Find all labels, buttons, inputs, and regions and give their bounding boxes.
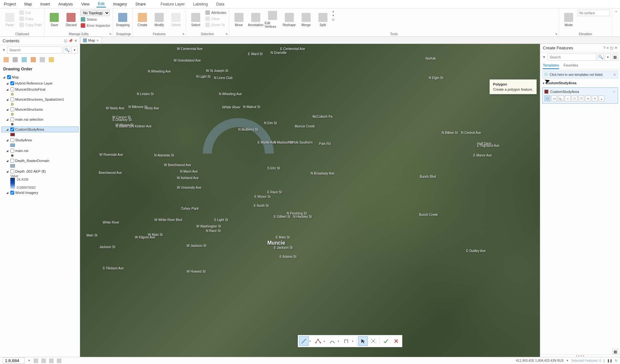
vertex-dd[interactable]: ▾ (324, 340, 327, 343)
pointer-tool[interactable] (358, 336, 368, 346)
menu-view[interactable]: View (80, 1, 91, 7)
expand-icon[interactable]: ◢ (6, 118, 9, 121)
attributes-button[interactable]: Attributes (205, 10, 227, 15)
reshape-button[interactable]: Reshape (282, 10, 297, 30)
expand-icon[interactable]: ◢ (6, 128, 9, 131)
selected-features-display[interactable]: Selected Features: 0 (571, 359, 601, 362)
line-segment-tool[interactable] (299, 336, 309, 346)
pause-icon[interactable]: ❚❚ (607, 359, 612, 362)
layer-checkbox[interactable] (10, 191, 14, 195)
map-tab[interactable]: Map ✕ (80, 37, 102, 44)
expand-icon[interactable]: ◢ (6, 138, 9, 142)
cf-dock-icon[interactable]: ◫ (610, 46, 613, 50)
list-by-drawing-order-button[interactable] (3, 56, 10, 63)
manage-edits-launcher[interactable]: ⬊ (109, 32, 112, 35)
copy-button[interactable]: Copy (19, 16, 42, 22)
cut-button[interactable]: Cut (19, 10, 42, 15)
toc-layer-row[interactable]: ◢ MuncieStructures_SpatialJoin1 (1, 96, 78, 102)
cf-info-close-icon[interactable]: ✕ (613, 73, 616, 76)
sb-icon-3[interactable] (49, 359, 54, 363)
expand-icon[interactable]: ◢ (6, 159, 9, 162)
toc-layer-row[interactable]: ◢ CustomStudyArea (1, 126, 78, 132)
contents-search-input[interactable] (7, 46, 62, 54)
cf-filter-icon[interactable]: ▼ (542, 55, 546, 59)
surface-input[interactable] (578, 10, 610, 16)
cf-template-arrow-icon[interactable]: → (612, 90, 616, 94)
modify-button[interactable]: Modify (151, 10, 167, 30)
cf-help-icon[interactable]: ? (603, 46, 605, 50)
expand-icon[interactable]: ◢ (3, 76, 6, 79)
move-button[interactable]: Move (231, 10, 247, 30)
autocomplete-freehand-tool[interactable]: ⟡ (592, 96, 598, 101)
menu-edit[interactable]: Edit (97, 1, 106, 7)
merge-button[interactable]: Merge (298, 10, 314, 30)
snapping-launcher[interactable]: ⬊ (129, 32, 131, 35)
gallery-down-icon[interactable]: ▼ (332, 14, 335, 17)
vertex-tool[interactable] (313, 336, 323, 346)
expand-icon[interactable]: ◢ (6, 88, 9, 91)
finish-sketch-button[interactable] (381, 336, 391, 346)
zoom-to-button[interactable]: Zoom To (205, 22, 227, 28)
layer-checkbox[interactable] (10, 81, 14, 85)
menu-data[interactable]: Data (215, 1, 225, 7)
map-checkbox[interactable] (7, 75, 11, 79)
cf-close-icon[interactable]: ✕ (615, 46, 617, 50)
sb-icon-1[interactable] (34, 359, 38, 363)
delete-button[interactable]: Delete (168, 10, 184, 30)
line-dd[interactable]: ▾ (309, 340, 313, 343)
toc-layer-row[interactable]: ◢ MuncieStructures (1, 106, 78, 112)
polygon-tool[interactable]: ⬠ (544, 96, 550, 101)
menu-map[interactable]: Map (23, 1, 33, 7)
refresh-icon[interactable]: ↻ (615, 359, 617, 362)
gallery-up-icon[interactable]: ▲ (332, 10, 335, 13)
toc-layer-row[interactable]: ◢ Depth_RasterDomain (1, 158, 78, 164)
contents-close-icon[interactable]: ✕ (74, 39, 77, 43)
tab-favorites[interactable]: Favorites (563, 62, 578, 69)
layer-checkbox[interactable] (10, 97, 14, 101)
cf-search-dropdown[interactable]: ▼ (605, 54, 611, 61)
contents-search-dropdown[interactable]: ▼ (71, 46, 78, 54)
scale-input[interactable] (3, 358, 25, 364)
cf-template[interactable]: CustomStudyArea → ⬠ ▭ ◺ ○ □ ⬭ ∿ ⟡ ⟁ (542, 87, 618, 104)
toc-layer-row[interactable]: ◢ Hybrid Reference Layer (1, 80, 78, 86)
trace-tool[interactable]: ⟁ (599, 96, 604, 101)
topology-select[interactable]: No Topology (80, 10, 110, 16)
menu-analysis[interactable]: Analysis (57, 1, 74, 7)
cf-manage-templates-button[interactable]: ▦ (612, 54, 618, 61)
right-angle-tool[interactable]: ◺ (558, 96, 564, 101)
toc-layer-row[interactable]: ◢ StudyArea (1, 137, 78, 143)
expand-icon[interactable]: ◢ (6, 82, 9, 85)
cancel-sketch-button[interactable] (391, 336, 401, 346)
list-by-editing-button[interactable] (30, 56, 37, 63)
menu-insert[interactable]: Insert (39, 1, 51, 7)
tools-launcher[interactable]: ⬊ (555, 32, 558, 35)
cf-group-header[interactable]: ▾ CustomStudyArea (540, 80, 620, 86)
select-button[interactable]: Select (188, 10, 203, 30)
trace-dd[interactable]: ▾ (352, 340, 355, 343)
intersection-tool[interactable] (368, 336, 378, 346)
square-tool[interactable]: □ (572, 96, 577, 101)
toc-layer-row[interactable]: ◢ MuncieStructsFinal (1, 86, 78, 92)
annotation-button[interactable]: Annotation (248, 10, 264, 30)
menu-share[interactable]: Share (134, 1, 147, 7)
toc-map-row[interactable]: ◢ Map (1, 74, 78, 80)
list-by-snapping-button[interactable] (39, 56, 46, 63)
arc-dd[interactable]: ▾ (338, 340, 341, 343)
toc-layer-row[interactable]: ◢ World Imagery (1, 190, 78, 196)
collapse-ribbon-icon[interactable]: ⌃ (615, 10, 618, 15)
snapping-button[interactable]: Snapping (115, 10, 130, 30)
filter-icon[interactable]: ▼ (2, 48, 6, 52)
contents-search-button[interactable]: 🔍 (64, 46, 70, 54)
expand-icon[interactable]: ◢ (6, 191, 9, 194)
split-button[interactable]: Split (315, 10, 331, 30)
layer-checkbox[interactable] (10, 138, 14, 142)
contents-pin-icon[interactable]: 📌 (68, 39, 73, 43)
contents-dock-icon[interactable]: ◫ (64, 39, 67, 43)
expand-icon[interactable]: ◢ (6, 98, 9, 101)
cf-resize-handle[interactable]: ● ● ● ● (540, 354, 620, 357)
layer-checkbox[interactable] (10, 149, 14, 153)
layer-checkbox[interactable] (10, 87, 14, 91)
gallery-more-icon[interactable]: ⊟ (332, 18, 335, 21)
ellipse-tool[interactable]: ⬭ (578, 96, 584, 101)
trace-edit-tool[interactable] (342, 336, 351, 346)
